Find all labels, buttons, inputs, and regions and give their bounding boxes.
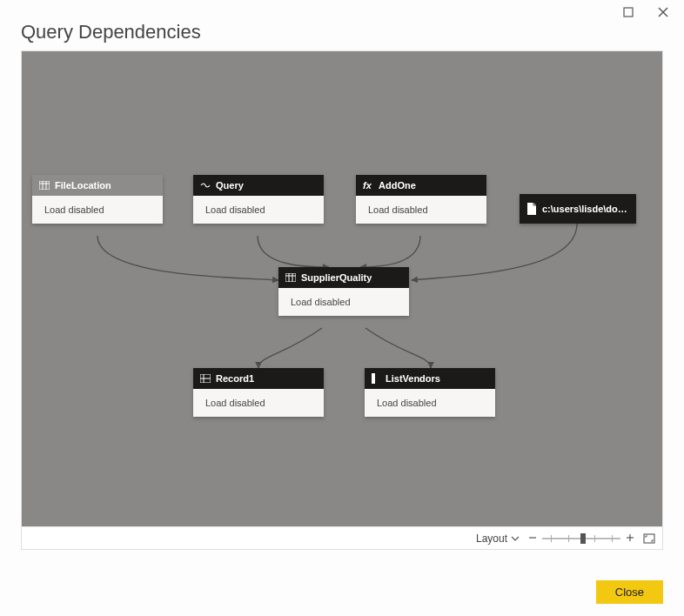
function-icon: fx bbox=[363, 180, 373, 191]
node-title: SupplierQuality bbox=[301, 272, 372, 283]
node-title: AddOne bbox=[379, 180, 416, 191]
query-icon bbox=[200, 181, 211, 190]
dependency-canvas[interactable]: FileLocation Load disabled Query Load di… bbox=[22, 51, 662, 528]
table-icon bbox=[285, 273, 296, 282]
node-supplierquality[interactable]: SupplierQuality Load disabled bbox=[278, 267, 409, 316]
zoom-out-icon[interactable] bbox=[528, 532, 537, 545]
page-title: Query Dependencies bbox=[21, 21, 201, 44]
chevron-down-icon bbox=[511, 534, 520, 543]
node-header: SupplierQuality bbox=[278, 267, 409, 288]
slider-track[interactable] bbox=[542, 538, 620, 539]
node-title: ListVendors bbox=[386, 373, 440, 384]
fit-to-screen-icon[interactable] bbox=[643, 533, 655, 544]
record-icon bbox=[200, 374, 211, 383]
svg-rect-15 bbox=[372, 373, 375, 384]
node-title: c:\users\lisde\downloads... bbox=[542, 204, 629, 214]
node-header: Record1 bbox=[193, 368, 324, 389]
slider-thumb[interactable] bbox=[580, 533, 586, 544]
svg-text:fx: fx bbox=[363, 180, 372, 191]
node-status: Load disabled bbox=[365, 389, 495, 417]
zoom-in-icon[interactable] bbox=[626, 532, 634, 545]
node-header: ListVendors bbox=[365, 368, 495, 389]
svg-rect-3 bbox=[39, 181, 50, 190]
node-file-source[interactable]: c:\users\lisde\downloads... bbox=[520, 194, 636, 224]
layout-label: Layout bbox=[476, 532, 507, 545]
node-listvendors[interactable]: ListVendors Load disabled bbox=[365, 368, 495, 417]
canvas-toolbar: Layout bbox=[22, 526, 662, 549]
node-title: FileLocation bbox=[55, 180, 111, 191]
node-title: Record1 bbox=[216, 373, 254, 384]
node-filelocation[interactable]: FileLocation Load disabled bbox=[32, 175, 163, 224]
list-icon bbox=[372, 373, 380, 384]
node-query[interactable]: Query Load disabled bbox=[193, 175, 324, 224]
node-status: Load disabled bbox=[356, 196, 486, 224]
canvas-wrapper: FileLocation Load disabled Query Load di… bbox=[21, 50, 663, 550]
layout-dropdown[interactable]: Layout bbox=[476, 532, 520, 545]
svg-rect-0 bbox=[624, 8, 633, 17]
window-controls bbox=[623, 5, 668, 21]
node-status: Load disabled bbox=[32, 196, 163, 224]
file-icon bbox=[526, 203, 537, 215]
node-status: Load disabled bbox=[193, 196, 324, 224]
zoom-slider[interactable] bbox=[528, 532, 634, 545]
node-addone[interactable]: fx AddOne Load disabled bbox=[356, 175, 486, 224]
close-icon[interactable] bbox=[658, 5, 668, 21]
close-button[interactable]: Close bbox=[596, 580, 663, 604]
svg-rect-8 bbox=[285, 273, 296, 282]
node-title: Query bbox=[216, 180, 244, 191]
node-header: fx AddOne bbox=[356, 175, 486, 196]
node-header: FileLocation bbox=[32, 175, 163, 196]
maximize-icon[interactable] bbox=[623, 5, 634, 21]
node-status: Load disabled bbox=[278, 288, 409, 316]
node-header: c:\users\lisde\downloads... bbox=[520, 194, 636, 224]
node-header: Query bbox=[193, 175, 324, 196]
svg-rect-19 bbox=[644, 534, 654, 543]
node-record1[interactable]: Record1 Load disabled bbox=[193, 368, 324, 417]
table-icon bbox=[39, 181, 50, 190]
node-status: Load disabled bbox=[193, 389, 324, 417]
